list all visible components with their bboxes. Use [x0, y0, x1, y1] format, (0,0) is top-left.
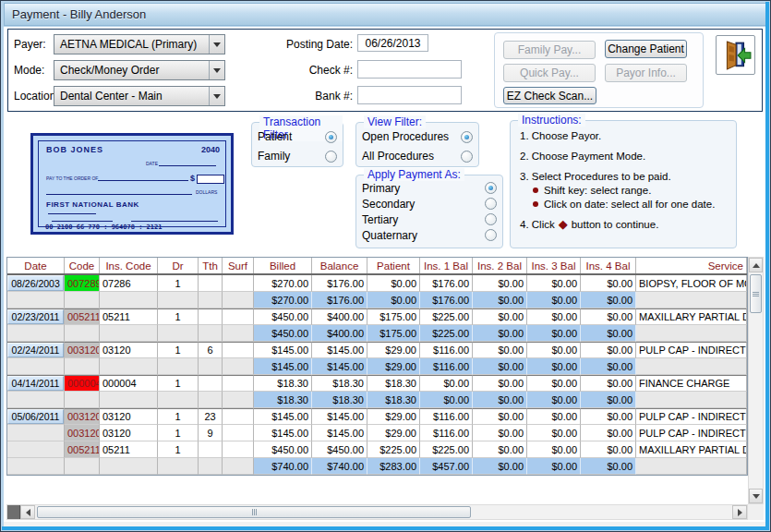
dropdown-arrow-icon[interactable]	[209, 35, 224, 54]
cell-ins4[interactable]: $0.00	[581, 425, 636, 441]
cell-balance[interactable]: $18.30	[312, 375, 367, 392]
cell-code[interactable]: 007289	[65, 275, 100, 292]
cell-patient[interactable]: $175.00	[367, 308, 420, 325]
scroll-down-button[interactable]	[749, 489, 763, 503]
cell-tth[interactable]	[199, 308, 223, 325]
cell-tth[interactable]: 9	[199, 425, 223, 441]
cell-tth[interactable]	[199, 375, 223, 392]
header-cell-date[interactable]: Date	[7, 258, 65, 273]
radio-icon[interactable]	[461, 131, 473, 143]
cell-ins_code[interactable]: 000004	[100, 375, 158, 392]
cell-ins1[interactable]: $176.00	[420, 275, 473, 292]
header-cell-ins_code[interactable]: Ins. Code	[100, 258, 158, 273]
check-number-input[interactable]	[357, 60, 462, 79]
radio-primary[interactable]: Primary	[362, 180, 497, 196]
cell-code[interactable]: 005211	[65, 308, 100, 325]
cell-date[interactable]: 08/26/2003	[7, 275, 65, 292]
cell-ins3[interactable]: $0.00	[527, 408, 581, 425]
vertical-scroll-thumb[interactable]	[750, 274, 762, 313]
horizontal-scroll-thumb[interactable]	[37, 506, 471, 518]
cell-ins1[interactable]: $0.00	[420, 375, 473, 392]
header-cell-billed[interactable]: Billed	[254, 258, 312, 273]
cell-billed[interactable]: $18.30	[254, 375, 312, 392]
cell-ins2[interactable]: $0.00	[473, 375, 527, 392]
cell-code[interactable]: 003120	[65, 425, 100, 441]
cell-ins1[interactable]: $225.00	[420, 441, 473, 458]
cell-tth[interactable]: 6	[199, 342, 223, 358]
procedure-row[interactable]: 05/06/201100312003120123$145.00$145.00$2…	[7, 408, 747, 425]
cell-service[interactable]: FINANCE CHARGE	[636, 375, 747, 392]
radio-open-procedures[interactable]: Open Procedures	[362, 128, 473, 145]
cell-service[interactable]: PULP CAP - INDIRECT (E	[636, 342, 747, 358]
date-button[interactable]: 02/23/2011	[7, 309, 64, 324]
radio-icon[interactable]	[325, 131, 337, 143]
exit-button[interactable]	[716, 35, 755, 75]
cell-service[interactable]: MAXILLARY PARTIAL D	[636, 308, 747, 325]
header-cell-ins4[interactable]: Ins. 4 Bal	[581, 258, 636, 273]
cell-surf[interactable]	[223, 308, 254, 325]
cell-code[interactable]: 003120	[65, 408, 100, 425]
date-button[interactable]: 02/24/2011	[7, 343, 64, 357]
date-button[interactable]: 04/14/2011	[7, 376, 64, 391]
radio-icon[interactable]	[485, 229, 497, 241]
vertical-scroll-track[interactable]	[749, 272, 763, 489]
cell-patient[interactable]: $18.30	[367, 375, 420, 392]
cell-ins_code[interactable]: 07286	[100, 275, 158, 292]
radio-icon[interactable]	[485, 198, 497, 210]
cell-ins4[interactable]: $0.00	[581, 342, 636, 358]
ez-check-scan-button[interactable]: EZ Check Scan...	[503, 87, 596, 104]
radio-secondary[interactable]: Secondary	[362, 196, 497, 212]
dropdown-arrow-icon[interactable]	[209, 61, 224, 79]
cell-service[interactable]: PULP CAP - INDIRECT (E	[636, 425, 747, 441]
cell-surf[interactable]	[223, 375, 254, 392]
cell-patient[interactable]: $29.00	[367, 408, 420, 425]
titlebar[interactable]: Payment - Billy Anderson	[4, 3, 767, 26]
cell-balance[interactable]: $176.00	[312, 275, 367, 292]
cell-surf[interactable]	[223, 275, 254, 292]
cell-service[interactable]: BIOPSY, FLOOR OF MO	[636, 275, 747, 292]
cell-tth[interactable]	[199, 441, 223, 458]
cell-ins4[interactable]: $0.00	[581, 375, 636, 392]
cell-ins4[interactable]: $0.00	[581, 408, 636, 425]
cell-ins3[interactable]: $0.00	[527, 342, 581, 358]
horizontal-scrollbar[interactable]	[6, 504, 748, 520]
scroll-up-button[interactable]	[749, 258, 763, 272]
cell-surf[interactable]	[223, 441, 254, 458]
cell-service[interactable]: PULP CAP - INDIRECT (E	[636, 408, 747, 425]
cell-patient[interactable]: $29.00	[367, 342, 420, 358]
cell-dr[interactable]: 1	[158, 275, 199, 292]
vertical-scrollbar[interactable]	[748, 257, 764, 504]
cell-date[interactable]: 05/06/2011	[7, 408, 65, 425]
procedure-row[interactable]: 005211052111$450.00$450.00$225.00$225.00…	[7, 441, 747, 458]
header-cell-patient[interactable]: Patient	[367, 258, 420, 273]
cell-dr[interactable]: 1	[158, 408, 199, 425]
cell-ins3[interactable]: $0.00	[527, 375, 581, 392]
dropdown-arrow-icon[interactable]	[209, 87, 224, 105]
cell-ins2[interactable]: $0.00	[473, 441, 527, 458]
cell-ins2[interactable]: $0.00	[473, 308, 527, 325]
posting-date-input[interactable]	[357, 34, 428, 52]
cell-patient[interactable]: $29.00	[367, 425, 420, 441]
cell-tth[interactable]: 23	[199, 408, 223, 425]
cell-ins_code[interactable]: 03120	[100, 425, 158, 441]
header-cell-dr[interactable]: Dr	[158, 258, 199, 273]
cell-billed[interactable]: $450.00	[254, 308, 312, 325]
cell-tth[interactable]	[199, 275, 223, 292]
radio-icon[interactable]	[485, 182, 497, 194]
cell-ins4[interactable]: $0.00	[581, 308, 636, 325]
header-cell-ins2[interactable]: Ins. 2 Bal	[473, 258, 527, 273]
cell-code[interactable]: 003120	[65, 342, 100, 358]
radio-family[interactable]: Family	[258, 148, 337, 164]
cell-surf[interactable]	[223, 425, 254, 441]
header-cell-balance[interactable]: Balance	[312, 258, 367, 273]
scroll-left-button[interactable]	[20, 505, 35, 519]
procedure-row[interactable]: 0031200312019$145.00$145.00$29.00$116.00…	[7, 425, 747, 441]
radio-patient[interactable]: Patient	[258, 128, 337, 145]
radio-all-procedures[interactable]: All Procedures	[362, 148, 473, 164]
bank-number-input[interactable]	[357, 86, 462, 104]
horizontal-scroll-track[interactable]	[35, 505, 732, 519]
header-cell-surf[interactable]: Surf	[223, 258, 254, 273]
cell-ins3[interactable]: $0.00	[527, 308, 581, 325]
cell-date[interactable]: 04/14/2011	[7, 375, 65, 392]
cell-code[interactable]: 000004	[65, 375, 100, 392]
